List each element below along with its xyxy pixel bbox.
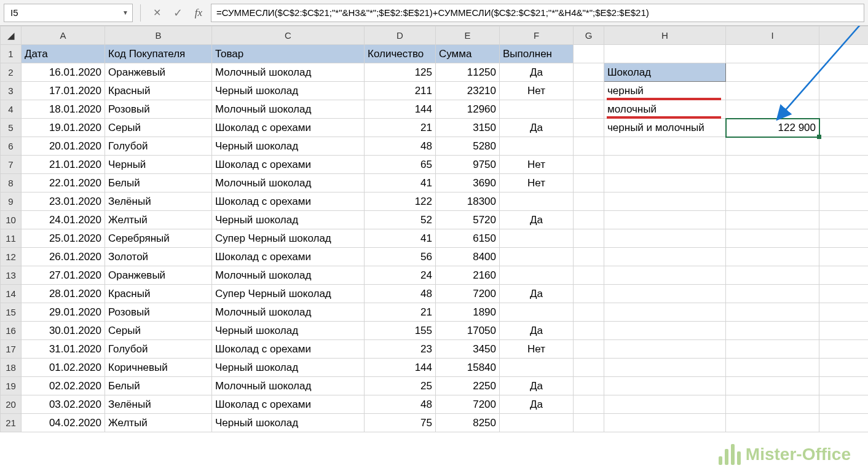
cell[interactable] xyxy=(604,359,726,377)
cell[interactable]: 144 xyxy=(365,100,436,119)
cell[interactable] xyxy=(604,340,726,359)
row-header[interactable]: 2 xyxy=(1,63,22,82)
cell[interactable]: Шоколад с орехами xyxy=(212,119,365,137)
cell[interactable]: Дата xyxy=(22,45,105,63)
cell[interactable]: Черный шоколад xyxy=(212,211,365,229)
cell[interactable] xyxy=(819,340,869,359)
cell[interactable]: 122 xyxy=(365,192,436,211)
row-header[interactable]: 8 xyxy=(1,174,22,192)
row-header[interactable]: 1 xyxy=(1,45,22,63)
row-header[interactable]: 18 xyxy=(1,359,22,377)
spreadsheet-grid[interactable]: ◢ A B C D E F G H I 1ДатаКод ПокупателяТ… xyxy=(0,26,868,476)
cell[interactable]: Оранжевый xyxy=(105,63,212,82)
cell[interactable] xyxy=(819,192,869,211)
cell[interactable]: 18.01.2020 xyxy=(22,100,105,119)
cell[interactable] xyxy=(819,119,869,137)
cell[interactable] xyxy=(500,248,574,266)
cell[interactable]: Голубой xyxy=(105,340,212,359)
col-header-B[interactable]: B xyxy=(105,26,212,45)
cell[interactable] xyxy=(604,266,726,285)
cell[interactable]: 1890 xyxy=(436,303,500,322)
cell[interactable]: 52 xyxy=(365,211,436,229)
cell[interactable] xyxy=(574,322,604,340)
cell[interactable]: Нет xyxy=(500,340,574,359)
cell[interactable]: 144 xyxy=(365,359,436,377)
row-header[interactable]: 3 xyxy=(1,82,22,100)
cell[interactable] xyxy=(604,229,726,248)
row-header[interactable]: 10 xyxy=(1,211,22,229)
cell[interactable] xyxy=(604,322,726,340)
cell[interactable] xyxy=(574,156,604,174)
cell[interactable]: Белый xyxy=(105,377,212,395)
cell[interactable]: 23.01.2020 xyxy=(22,192,105,211)
cell[interactable] xyxy=(574,303,604,322)
cell[interactable]: 3450 xyxy=(436,340,500,359)
cell[interactable]: 21 xyxy=(365,119,436,137)
cell[interactable]: Коричневый xyxy=(105,359,212,377)
cell[interactable]: Количество xyxy=(365,45,436,63)
cell[interactable] xyxy=(604,174,726,192)
cell[interactable]: Нет xyxy=(500,174,574,192)
cell[interactable]: Черный шоколад xyxy=(212,82,365,100)
cell[interactable]: 65 xyxy=(365,156,436,174)
cell[interactable]: Да xyxy=(500,211,574,229)
cell[interactable]: 7200 xyxy=(436,395,500,414)
cell[interactable] xyxy=(726,395,819,414)
cell[interactable]: 3150 xyxy=(436,119,500,137)
cell[interactable]: 16.01.2020 xyxy=(22,63,105,82)
row-header[interactable]: 5 xyxy=(1,119,22,137)
cell[interactable]: 24 xyxy=(365,266,436,285)
cell[interactable] xyxy=(726,45,819,63)
cell[interactable]: Белый xyxy=(105,174,212,192)
cell[interactable] xyxy=(604,285,726,303)
cell[interactable] xyxy=(726,156,819,174)
cell[interactable] xyxy=(574,82,604,100)
col-header-A[interactable]: A xyxy=(22,26,105,45)
cell[interactable] xyxy=(819,395,869,414)
cell[interactable]: Молочный шоколад xyxy=(212,100,365,119)
cell[interactable]: Шоколад с орехами xyxy=(212,395,365,414)
cell[interactable]: Да xyxy=(500,377,574,395)
cell[interactable]: 7200 xyxy=(436,285,500,303)
cell[interactable]: 02.02.2020 xyxy=(22,377,105,395)
cell[interactable]: Серый xyxy=(105,322,212,340)
row-header[interactable]: 14 xyxy=(1,285,22,303)
cell[interactable]: 8400 xyxy=(436,248,500,266)
cell[interactable]: 18300 xyxy=(436,192,500,211)
cancel-icon[interactable] xyxy=(148,4,165,22)
col-header-C[interactable]: C xyxy=(212,26,365,45)
cell[interactable]: 17050 xyxy=(436,322,500,340)
cell[interactable]: 27.01.2020 xyxy=(22,266,105,285)
cell[interactable] xyxy=(574,395,604,414)
cell[interactable]: Шоколад с орехами xyxy=(212,192,365,211)
cell[interactable]: 48 xyxy=(365,137,436,156)
row-header[interactable]: 21 xyxy=(1,414,22,432)
cell[interactable]: Шоколад с орехами xyxy=(212,156,365,174)
cell[interactable] xyxy=(604,156,726,174)
cell[interactable]: Зелёный xyxy=(105,192,212,211)
cell[interactable] xyxy=(726,229,819,248)
cell[interactable]: 28.01.2020 xyxy=(22,285,105,303)
cell[interactable]: 2250 xyxy=(436,377,500,395)
cell[interactable]: 122 900 xyxy=(726,119,819,137)
cell[interactable]: Молочный шоколад xyxy=(212,303,365,322)
cell[interactable]: Молочный шоколад xyxy=(212,63,365,82)
row-header[interactable]: 19 xyxy=(1,377,22,395)
cell[interactable] xyxy=(726,100,819,119)
col-header-F[interactable]: F xyxy=(500,26,574,45)
cell[interactable]: Шоколад с орехами xyxy=(212,340,365,359)
row-header[interactable]: 20 xyxy=(1,395,22,414)
cell[interactable]: 41 xyxy=(365,229,436,248)
col-header-extra[interactable] xyxy=(819,26,869,45)
cell[interactable] xyxy=(574,192,604,211)
col-header-D[interactable]: D xyxy=(365,26,436,45)
cell[interactable] xyxy=(500,229,574,248)
cell[interactable] xyxy=(574,248,604,266)
cell[interactable] xyxy=(819,137,869,156)
cell[interactable] xyxy=(726,82,819,100)
cell[interactable] xyxy=(726,266,819,285)
cell[interactable]: Код Покупателя xyxy=(105,45,212,63)
cell[interactable] xyxy=(604,137,726,156)
cell[interactable]: Выполнен xyxy=(500,45,574,63)
cell[interactable] xyxy=(726,63,819,82)
